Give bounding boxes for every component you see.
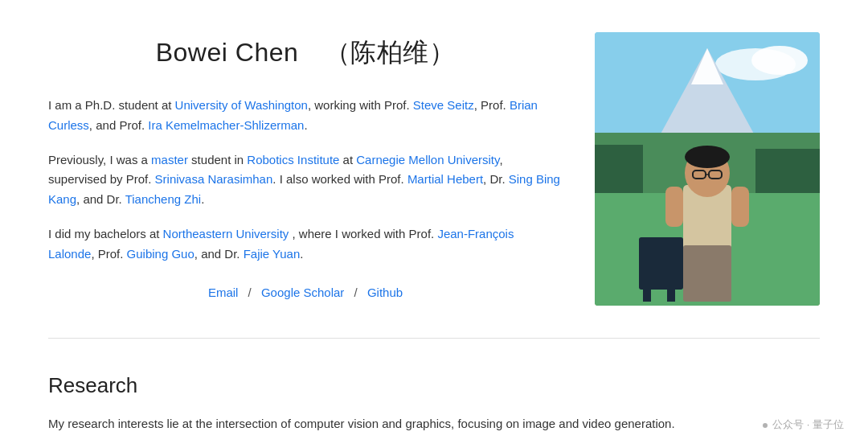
bio-paragraph-1: I am a Ph.D. student at University of Wa… <box>48 96 563 136</box>
svg-rect-6 <box>595 145 643 197</box>
research-section: Research My research interests lie at th… <box>48 361 820 434</box>
page-wrapper: Bowei Chen （陈柏维） I am a Ph.D. student at… <box>0 0 868 448</box>
p1-m2: , Prof. <box>474 98 506 112</box>
sep2: / <box>354 286 358 299</box>
link-ira[interactable]: Ira Kemelmacher-Shlizerman <box>148 118 304 132</box>
top-section: Bowei Chen （陈柏维） I am a Ph.D. student at… <box>48 32 820 306</box>
svg-rect-7 <box>755 149 820 197</box>
link-martial[interactable]: Martial Hebert <box>407 172 483 186</box>
photo-section <box>595 32 820 306</box>
link-srinivasa[interactable]: Srinivasa Narasimhan <box>155 172 273 186</box>
link-fajie[interactable]: Fajie Yuan <box>244 247 301 261</box>
svg-rect-27 <box>667 273 675 302</box>
p2-m4: . I also worked with Prof. <box>272 172 407 186</box>
svg-rect-21 <box>665 187 683 227</box>
name-title: Bowei Chen （陈柏维） <box>48 32 563 73</box>
link-neu[interactable]: Northeastern University <box>163 227 289 240</box>
p3-m2: , Prof. <box>91 247 126 261</box>
email-link[interactable]: Email <box>208 286 239 299</box>
p2-m6: , and Dr. <box>76 192 125 206</box>
link-guibing[interactable]: Guibing Guo <box>127 247 194 261</box>
link-tiancheng[interactable]: Tiancheng Zhi <box>125 192 202 206</box>
bio-section: Bowei Chen （陈柏维） I am a Ph.D. student at… <box>48 32 563 302</box>
svg-rect-22 <box>731 187 749 227</box>
p1-suffix: . <box>304 118 307 132</box>
section-divider <box>48 338 820 339</box>
p3-prefix: I did my bachelors at <box>48 227 163 240</box>
link-cmu[interactable]: Carnegie Mellon University <box>356 153 499 166</box>
p2-suffix: . <box>201 192 204 206</box>
p3-m1: , where I worked with Prof. <box>289 227 437 240</box>
svg-rect-23 <box>683 245 731 302</box>
p1-m3: , and Prof. <box>89 118 148 132</box>
sep1: / <box>248 286 252 299</box>
github-link[interactable]: Github <box>367 286 403 299</box>
links-row: Email / Google Scholar / Github <box>48 283 563 302</box>
svg-point-17 <box>685 146 730 168</box>
link-robotics[interactable]: Robotics Institute <box>247 153 339 166</box>
link-uw[interactable]: University of Washington <box>175 98 308 112</box>
p1-prefix: I am a Ph.D. student at <box>48 98 175 112</box>
p2-m1: student in <box>188 153 247 166</box>
p2-prefix: Previously, I was a <box>48 153 151 166</box>
svg-rect-26 <box>643 273 651 302</box>
link-master[interactable]: master <box>151 153 188 166</box>
research-text: My research interests lie at the interse… <box>48 414 820 434</box>
p3-m3: , and Dr. <box>194 247 244 261</box>
p2-m5: , Dr. <box>483 172 509 186</box>
profile-photo <box>595 32 820 306</box>
svg-rect-25 <box>639 237 683 257</box>
p1-m1: , working with Prof. <box>308 98 413 112</box>
research-heading: Research <box>48 369 820 403</box>
svg-point-2 <box>751 46 808 75</box>
photo-svg <box>595 32 820 306</box>
scholar-link[interactable]: Google Scholar <box>261 286 344 299</box>
bio-paragraph-2: Previously, I was a master student in Ro… <box>48 150 563 210</box>
bio-paragraph-3: I did my bachelors at Northeastern Unive… <box>48 224 563 265</box>
p3-suffix: . <box>300 247 303 261</box>
link-seitz[interactable]: Steve Seitz <box>413 98 474 112</box>
p2-m2: at <box>339 153 356 166</box>
